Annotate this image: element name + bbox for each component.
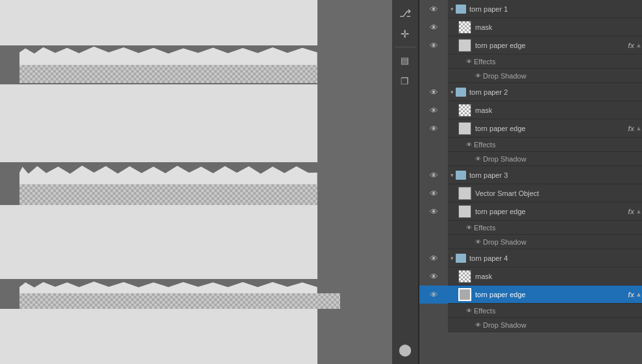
vis-torn-paper-1[interactable]: 👁: [419, 0, 448, 18]
vis-dropshadow-1: [419, 69, 448, 83]
fx-eye-2: 👁: [466, 141, 472, 148]
tool-circle[interactable]: ⬤: [396, 341, 414, 359]
dropshadow-label-2: Drop Shadow: [483, 155, 526, 163]
toolbar: ⎇ ✛ ▤ ❐ ⬤: [392, 0, 419, 364]
vis-torn-edge-4[interactable]: 👁: [419, 285, 448, 304]
collapse-torn-paper-4[interactable]: ▾: [451, 255, 454, 261]
ds-eye-4: 👁: [475, 322, 481, 328]
dropshadow-row-2: 👁 Drop Shadow: [448, 152, 642, 166]
label-torn-edge-4: torn paper edge: [475, 291, 628, 298]
fx-badge-4: fx: [628, 291, 634, 298]
effects-label-1: Effects: [474, 58, 495, 66]
tool-move[interactable]: ✛: [396, 25, 414, 43]
effects-row-2: 👁 Effects: [448, 138, 642, 152]
fx-badge-1: fx: [628, 42, 634, 49]
ds-eye-1: 👁: [475, 73, 481, 79]
vis-mask-2[interactable]: 👁: [419, 101, 448, 119]
vis-vector-smart[interactable]: 👁: [419, 184, 448, 202]
vis-effects-1: [419, 55, 448, 69]
paper-body-3: [0, 205, 317, 279]
effects-row-3: 👁 Effects: [448, 221, 642, 235]
layer-torn-edge-2[interactable]: torn paper edge fx ▲: [448, 119, 642, 138]
arrow-4: ▲: [636, 291, 642, 298]
collapse-torn-paper-3[interactable]: ▾: [451, 172, 454, 178]
tool-usb[interactable]: ⎇: [396, 4, 414, 22]
effects-row-4: 👁 Effects: [448, 304, 642, 318]
torn-strip-1-checker: [19, 65, 317, 83]
group-label-1: torn paper 1: [469, 5, 642, 13]
thumb-torn-edge-3: [458, 205, 471, 218]
vis-effects-4: [419, 304, 448, 318]
label-torn-edge-3: torn paper edge: [475, 208, 628, 215]
vis-torn-edge-2[interactable]: 👁: [419, 119, 448, 138]
label-mask-2: mask: [475, 106, 642, 114]
torn-strip-2-paper: [19, 161, 317, 184]
group-torn-paper-4[interactable]: ▾ torn paper 4: [448, 249, 642, 267]
label-torn-edge-1: torn paper edge: [475, 42, 628, 49]
layer-torn-edge-1[interactable]: torn paper edge fx ▲: [448, 36, 642, 55]
ds-eye-3: 👁: [475, 239, 481, 245]
vis-dropshadow-3: [419, 235, 448, 249]
fx-eye-1: 👁: [466, 58, 472, 65]
vis-dropshadow-2: [419, 152, 448, 166]
effects-label-4: Effects: [474, 307, 495, 315]
group-label-2: torn paper 2: [469, 88, 642, 96]
paper-body-1: [0, 0, 317, 45]
vis-mask-4[interactable]: 👁: [419, 267, 448, 285]
fx-eye-3: 👁: [466, 224, 472, 231]
label-vector-smart: Vector Smart Object: [475, 189, 642, 197]
label-mask-4: mask: [475, 273, 642, 280]
dropshadow-label-1: Drop Shadow: [483, 72, 526, 80]
torn-strip-1-paper: [19, 44, 317, 65]
thumb-vector-smart: [458, 187, 471, 200]
thumb-torn-edge-1: [458, 39, 471, 52]
thumb-mask-1: [458, 21, 471, 34]
vis-effects-3: [419, 221, 448, 235]
dropshadow-row-1: 👁 Drop Shadow: [448, 69, 642, 83]
arrow-3: ▲: [636, 208, 642, 215]
paper-body-2: [0, 84, 317, 162]
vis-mask-1[interactable]: 👁: [419, 18, 448, 36]
folder-icon-3: [456, 171, 466, 180]
group-torn-paper-2[interactable]: ▾ torn paper 2: [448, 83, 642, 101]
dropshadow-row-4: 👁 Drop Shadow: [448, 318, 642, 332]
canvas: [0, 0, 392, 364]
collapse-torn-paper-1[interactable]: ▾: [451, 6, 454, 12]
vis-torn-edge-3[interactable]: 👁: [419, 202, 448, 221]
tool-layers[interactable]: ❐: [396, 72, 414, 90]
vis-torn-paper-2[interactable]: 👁: [419, 83, 448, 101]
fx-badge-2: fx: [628, 125, 634, 132]
torn-strip-2-checker: [19, 184, 317, 205]
layer-mask-1[interactable]: mask: [448, 18, 642, 36]
vis-torn-edge-1[interactable]: 👁: [419, 36, 448, 55]
layer-mask-2[interactable]: mask: [448, 101, 642, 119]
vis-torn-paper-4[interactable]: 👁: [419, 249, 448, 267]
thumb-torn-edge-4: [458, 288, 471, 301]
tool-doc[interactable]: ▤: [396, 51, 414, 69]
thumb-torn-edge-2: [458, 122, 471, 135]
arrow-2: ▲: [636, 125, 642, 132]
label-mask-1: mask: [475, 23, 642, 31]
group-label-3: torn paper 3: [469, 171, 642, 179]
layer-mask-4[interactable]: mask: [448, 267, 642, 285]
folder-icon-4: [456, 254, 466, 263]
vis-dropshadow-4: [419, 318, 448, 332]
layers-panel: ▾ torn paper 1 mask torn paper edge fx ▲…: [448, 0, 642, 364]
folder-icon-1: [456, 5, 466, 14]
vis-torn-paper-3[interactable]: 👁: [419, 166, 448, 184]
layer-torn-edge-4[interactable]: torn paper edge fx ▲: [448, 285, 642, 304]
fx-badge-3: fx: [628, 208, 634, 215]
layer-vector-smart[interactable]: Vector Smart Object: [448, 184, 642, 202]
folder-icon-2: [456, 88, 466, 97]
dropshadow-label-3: Drop Shadow: [483, 238, 526, 246]
fx-eye-4: 👁: [466, 308, 472, 314]
group-torn-paper-1[interactable]: ▾ torn paper 1: [448, 0, 642, 18]
collapse-torn-paper-2[interactable]: ▾: [451, 89, 454, 95]
group-label-4: torn paper 4: [469, 254, 642, 262]
right-panel: 👁 👁 👁 👁 👁 👁 👁 👁 👁 👁 👁 👁: [419, 0, 642, 364]
group-torn-paper-3[interactable]: ▾ torn paper 3: [448, 166, 642, 184]
visibility-column: 👁 👁 👁 👁 👁 👁 👁 👁 👁 👁 👁 👁: [419, 0, 448, 364]
layer-torn-edge-3[interactable]: torn paper edge fx ▲: [448, 202, 642, 221]
dropshadow-row-3: 👁 Drop Shadow: [448, 235, 642, 249]
dropshadow-label-4: Drop Shadow: [483, 321, 526, 329]
